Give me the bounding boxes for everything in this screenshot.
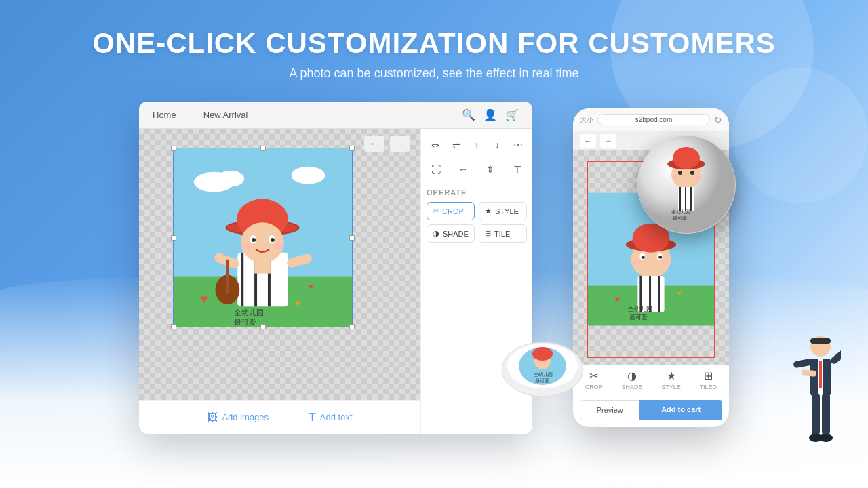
phone-preview-button[interactable]: Preview [580, 400, 639, 420]
crop-handle-tr[interactable] [349, 146, 355, 151]
svg-point-44 [658, 256, 662, 259]
phone-shade-tool[interactable]: ◑ SHADE [622, 369, 643, 390]
crop-handle-mr[interactable] [349, 235, 355, 241]
pillow-mockup-container: 全幼儿园 最可爱 [498, 332, 587, 403]
crop-handle-bl[interactable] [171, 324, 176, 329]
move-down-tool[interactable]: ↓ [488, 136, 506, 155]
undo-redo-group: ← → [364, 136, 410, 152]
svg-text:全幼儿园: 全幼儿园 [234, 308, 264, 317]
operate-buttons-grid: ✂ CROP ★ STYLE ◑ SHADE ⊞ TILE [427, 202, 527, 243]
canvas-bottom-toolbar: 🖼 Add images T Add text [139, 400, 420, 434]
desktop-editor-window: Home New Arrival 🔍 👤 🛒 ← → [139, 102, 532, 434]
tile-icon: ⊞ [485, 229, 491, 238]
center-v-tool[interactable]: ⇕ [481, 160, 500, 179]
phone-crop-icon: ✂ [589, 369, 598, 382]
phone-bottom-tools: ✂ CROP ◑ SHADE ★ STYLE ⊞ TILED [573, 365, 729, 394]
svg-rect-74 [793, 359, 812, 369]
svg-rect-23 [226, 260, 229, 293]
tile-label: TILE [494, 230, 510, 238]
phone-cart-label: Add to cart [661, 405, 701, 413]
svg-rect-70 [810, 338, 831, 344]
add-text-button[interactable]: T Add text [309, 411, 352, 424]
phone-url-text: s2bpod.com [635, 116, 672, 123]
expand-tool[interactable]: ⛶ [427, 160, 446, 179]
svg-rect-50 [658, 276, 660, 312]
phone-tiled-tool[interactable]: ⊞ TILED [700, 369, 717, 390]
move-up-tool[interactable]: ↑ [468, 136, 486, 155]
content-area: Home New Arrival 🔍 👤 🛒 ← → [0, 95, 868, 488]
phone-action-buttons: Preview Add to cart [573, 394, 729, 427]
svg-text:最可爱: 最可爱 [673, 216, 687, 221]
phone-shade-icon: ◑ [627, 369, 637, 382]
svg-rect-73 [819, 361, 822, 388]
crop-handle-tm[interactable] [260, 146, 266, 151]
svg-text:全幼儿园: 全幼儿园 [534, 372, 553, 378]
redo-button[interactable]: → [390, 136, 410, 152]
crop-handle-bm[interactable] [260, 324, 266, 329]
resize-tool[interactable]: ⇔ [427, 136, 444, 155]
cartoon-illustration: ♥ ♥ ♥ 全幼儿园 最可爱 [174, 148, 352, 327]
style-label: STYLE [495, 207, 519, 216]
crop-handle-ml[interactable] [171, 235, 176, 241]
svg-point-80 [819, 434, 833, 442]
phone-url-bar[interactable]: s2bpod.com [597, 114, 710, 125]
header-section: ONE-CLICK CUSTOMIZATION FOR CUSTOMERS A … [0, 0, 868, 81]
phone-redo-button[interactable]: → [600, 134, 616, 148]
center-h-tool[interactable]: ↔ [454, 160, 473, 179]
svg-point-4 [292, 167, 326, 184]
phone-refresh-icon[interactable]: ↻ [714, 115, 722, 125]
phone-tiled-icon: ⊞ [704, 369, 713, 382]
cart-icon[interactable]: 🛒 [505, 108, 519, 121]
sphere-product-mockup: 全幼儿园 最可爱 [637, 136, 736, 234]
svg-text:最可爱: 最可爱 [535, 378, 549, 384]
shade-label: SHADE [443, 230, 469, 238]
svg-text:♥: ♥ [201, 292, 208, 306]
align-top-tool[interactable]: ⊤ [508, 160, 527, 179]
svg-point-3 [218, 171, 245, 187]
add-text-icon: T [309, 411, 316, 424]
canvas-area: ← → [139, 129, 420, 434]
svg-rect-66 [690, 187, 692, 211]
svg-text:全幼儿园: 全幼儿园 [671, 209, 690, 215]
nav-tab-home[interactable]: Home [153, 110, 176, 120]
search-icon[interactable]: 🔍 [462, 108, 475, 121]
shade-button[interactable]: ◑ SHADE [427, 224, 475, 243]
phone-style-icon: ★ [667, 369, 676, 382]
phone-preview-label: Preview [597, 406, 623, 414]
phone-crop-tool[interactable]: ✂ CROP [585, 369, 603, 390]
svg-point-45 [633, 260, 641, 265]
crop-handle-tl[interactable] [171, 146, 176, 151]
crop-button[interactable]: ✂ CROP [427, 202, 475, 220]
tile-button[interactable]: ⊞ TILE [479, 224, 527, 243]
svg-point-16 [271, 238, 275, 242]
phone-style-tool[interactable]: ★ STYLE [661, 369, 681, 390]
undo-button[interactable]: ← [364, 136, 384, 152]
svg-point-15 [252, 238, 256, 242]
crop-icon: ✂ [433, 207, 439, 216]
pillow-product: 全幼儿园 最可爱 [498, 332, 587, 400]
svg-point-43 [642, 256, 645, 259]
image-selection-wrapper[interactable]: ♥ ♥ ♥ 全幼儿园 最可爱 [173, 148, 353, 327]
add-images-label: Add images [222, 412, 269, 422]
add-images-button[interactable]: 🖼 Add images [207, 411, 269, 424]
more-tool[interactable]: ⋯ [509, 136, 527, 155]
style-icon: ★ [485, 207, 492, 216]
svg-rect-65 [685, 187, 686, 211]
svg-rect-78 [822, 394, 830, 434]
style-button[interactable]: ★ STYLE [479, 202, 527, 220]
person-svg [773, 333, 841, 468]
user-icon[interactable]: 👤 [484, 108, 497, 121]
svg-text:♥: ♥ [677, 289, 682, 297]
phone-undo-button[interactable]: ← [580, 134, 596, 148]
phone-size-label: 大小 [580, 115, 593, 125]
svg-rect-6 [241, 253, 243, 306]
svg-point-18 [273, 243, 284, 249]
nav-icons: 🔍 👤 🛒 [462, 108, 519, 121]
svg-point-46 [662, 260, 670, 265]
crop-handle-br[interactable] [349, 324, 355, 329]
flip-tool[interactable]: ⇌ [447, 136, 465, 155]
phone-cart-button[interactable]: Add to cart [639, 400, 722, 420]
nav-tab-new-arrival[interactable]: New Arrival [203, 110, 248, 120]
svg-text:最可爱: 最可爱 [234, 318, 256, 326]
sphere-cartoon: 全幼儿园 最可爱 [637, 136, 736, 234]
